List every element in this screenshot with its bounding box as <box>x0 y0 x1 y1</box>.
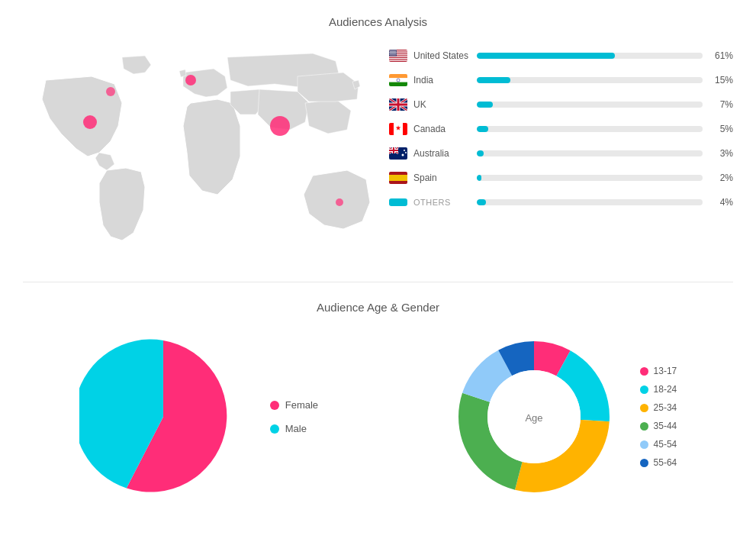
age-gender-title: Audience Age & Gender <box>23 301 733 314</box>
age-dot-45-54 <box>640 440 648 449</box>
bar-pct-in: 15% <box>709 75 733 85</box>
svg-point-29 <box>393 53 394 53</box>
country-row-au: Australia 3% <box>389 147 733 160</box>
country-row-us: United States 61% <box>389 50 733 62</box>
world-map <box>23 42 374 263</box>
svg-point-1 <box>270 116 290 136</box>
bar-fill-others <box>477 199 486 205</box>
svg-rect-42 <box>389 82 407 86</box>
flag-us <box>389 50 407 62</box>
flag-in <box>389 74 407 86</box>
age-dot-55-64 <box>640 459 648 467</box>
svg-point-27 <box>390 53 391 53</box>
age-label-45-54: 45-54 <box>654 439 677 450</box>
svg-point-50 <box>405 152 407 153</box>
age-legend-35-44: 35-44 <box>640 421 677 431</box>
audiences-title: Audiences Analysis <box>23 15 733 28</box>
svg-point-32 <box>391 53 391 54</box>
country-name-ca: Canada <box>413 124 471 134</box>
age-dot-18-24 <box>640 385 648 394</box>
country-name-others: OTHERS <box>413 198 471 207</box>
female-dot <box>270 401 279 410</box>
age-chart-wrap: Age 13-17 18-24 25-34 <box>446 329 677 505</box>
age-label-13-17: 13-17 <box>654 366 677 376</box>
svg-rect-40 <box>389 74 407 78</box>
svg-rect-9 <box>389 56 407 57</box>
svg-point-34 <box>394 53 394 54</box>
bar-pct-uk: 7% <box>709 99 733 110</box>
bar-pct-ca: 5% <box>709 124 733 134</box>
country-name-in: India <box>413 75 471 85</box>
age-dot-13-17 <box>640 367 648 376</box>
svg-rect-11 <box>389 60 407 61</box>
svg-rect-47 <box>403 123 407 135</box>
svg-point-15 <box>392 50 393 50</box>
svg-point-36 <box>390 54 391 55</box>
country-name-us: United States <box>413 50 471 61</box>
flag-ca <box>389 123 407 135</box>
age-legend: 13-17 18-24 25-34 35-44 <box>640 366 677 468</box>
svg-point-25 <box>394 52 394 53</box>
svg-point-26 <box>395 52 396 53</box>
bar-pct-es: 2% <box>709 173 733 183</box>
section-divider <box>23 282 733 282</box>
age-label-18-24: 18-24 <box>654 384 677 395</box>
age-label-35-44: 35-44 <box>654 421 677 431</box>
age-legend-25-34: 25-34 <box>640 402 677 413</box>
svg-point-21 <box>394 51 395 52</box>
age-dot-35-44 <box>640 422 648 431</box>
svg-point-51 <box>404 150 405 151</box>
bar-fill-in <box>477 77 510 83</box>
bar-track-us <box>477 53 703 59</box>
bar-pct-others: 4% <box>709 197 733 208</box>
flag-au <box>389 147 407 160</box>
svg-point-4 <box>336 198 343 206</box>
legend-male: Male <box>270 423 318 434</box>
bar-track-au <box>477 150 703 156</box>
gender-pie-chart <box>79 333 247 501</box>
bar-fill-uk <box>477 102 493 108</box>
svg-point-19 <box>391 51 392 52</box>
legend-female: Female <box>270 399 318 411</box>
bar-track-ca <box>477 126 703 132</box>
bar-track-in <box>477 77 703 83</box>
gender-chart-wrap: Female Male <box>79 333 318 501</box>
svg-point-38 <box>393 54 394 55</box>
svg-point-33 <box>392 53 393 54</box>
svg-point-3 <box>106 87 115 96</box>
svg-point-24 <box>392 52 393 53</box>
flag-uk <box>389 98 407 111</box>
svg-rect-10 <box>389 58 407 59</box>
svg-point-17 <box>395 50 396 50</box>
gender-legend: Female Male <box>270 399 318 434</box>
female-label: Female <box>285 399 318 411</box>
male-label: Male <box>285 423 307 434</box>
audiences-section: Audiences Analysis <box>23 15 733 263</box>
country-row-others: OTHERS 4% <box>389 196 733 208</box>
svg-rect-45 <box>389 123 394 135</box>
page: Audiences Analysis <box>0 0 756 558</box>
country-row-uk: UK 7% <box>389 98 733 111</box>
age-legend-55-64: 55-64 <box>640 457 677 468</box>
bar-pct-au: 3% <box>709 148 733 159</box>
svg-point-49 <box>402 154 404 156</box>
svg-point-22 <box>389 52 390 53</box>
svg-point-37 <box>391 54 392 55</box>
bar-track-uk <box>477 102 703 108</box>
flag-others <box>389 196 407 208</box>
svg-point-0 <box>83 115 97 129</box>
age-legend-13-17: 13-17 <box>640 366 677 376</box>
country-row-es: Spain 2% <box>389 172 733 184</box>
age-legend-18-24: 18-24 <box>640 384 677 395</box>
svg-point-14 <box>391 50 391 50</box>
bar-track-es <box>477 175 703 181</box>
svg-point-2 <box>185 75 196 85</box>
age-label-55-64: 55-64 <box>654 457 677 468</box>
age-legend-45-54: 45-54 <box>640 439 677 450</box>
svg-point-18 <box>390 51 391 52</box>
svg-point-16 <box>394 50 394 50</box>
svg-point-30 <box>394 53 395 53</box>
age-dot-25-34 <box>640 404 648 412</box>
flag-es <box>389 172 407 184</box>
male-dot <box>270 424 279 434</box>
